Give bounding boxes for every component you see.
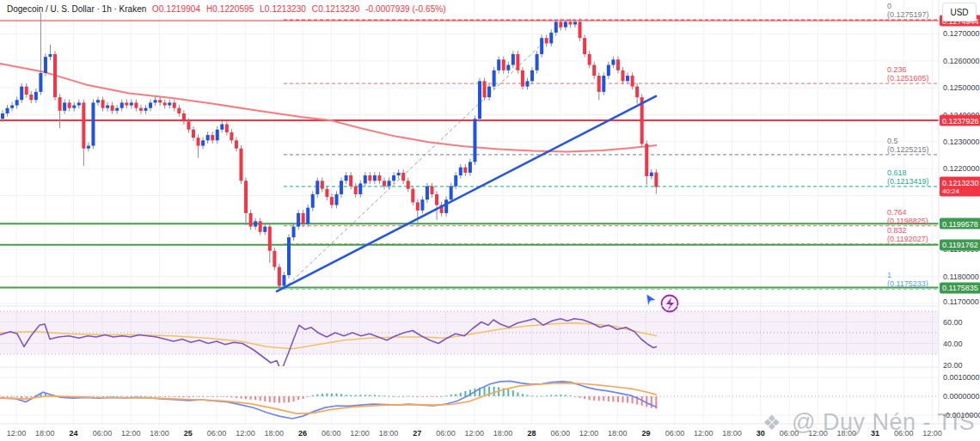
- candle[interactable]: [626, 76, 629, 81]
- time-axis-label[interactable]: 06:00: [550, 429, 570, 438]
- candle[interactable]: [401, 173, 405, 181]
- candle[interactable]: [616, 59, 620, 70]
- time-axis-label[interactable]: 12:00: [7, 429, 27, 438]
- candle[interactable]: [321, 181, 324, 188]
- candle[interactable]: [311, 194, 315, 208]
- candle[interactable]: [473, 119, 476, 162]
- flash-emoji-sticker[interactable]: [646, 294, 678, 312]
- candle[interactable]: [91, 102, 95, 145]
- time-axis-label[interactable]: 18:00: [379, 429, 399, 438]
- candle[interactable]: [631, 76, 634, 87]
- time-axis-label[interactable]: 25: [184, 429, 193, 438]
- candle[interactable]: [182, 113, 186, 121]
- candle[interactable]: [435, 194, 438, 205]
- candle[interactable]: [254, 221, 257, 226]
- candle[interactable]: [149, 102, 152, 107]
- candle[interactable]: [206, 135, 210, 140]
- time-axis-label[interactable]: 26: [298, 429, 307, 438]
- chart-canvas[interactable]: [0, 0, 980, 441]
- candle[interactable]: [364, 175, 367, 183]
- candle[interactable]: [450, 187, 453, 200]
- candle[interactable]: [220, 124, 224, 129]
- candle[interactable]: [259, 221, 262, 232]
- candle[interactable]: [511, 54, 515, 65]
- time-axis-label[interactable]: 12:00: [350, 429, 370, 438]
- candle[interactable]: [392, 175, 395, 181]
- candle[interactable]: [297, 213, 300, 227]
- candle[interactable]: [158, 100, 162, 102]
- symbol-legend[interactable]: Dogecoin / U. S. Dollar · 1h · Kraken O0…: [7, 4, 446, 14]
- candle[interactable]: [526, 81, 530, 86]
- candle[interactable]: [530, 70, 534, 82]
- candle[interactable]: [168, 102, 171, 105]
- time-axis-label[interactable]: 12:00: [579, 429, 599, 438]
- time-axis-label[interactable]: 28: [527, 429, 536, 438]
- currency-selector[interactable]: USD: [942, 3, 977, 21]
- candle[interactable]: [358, 183, 362, 194]
- candle[interactable]: [588, 54, 591, 65]
- time-axis-label[interactable]: 18:00: [722, 429, 742, 438]
- candle[interactable]: [58, 97, 62, 111]
- candle[interactable]: [325, 189, 328, 197]
- candle[interactable]: [459, 168, 462, 175]
- candle[interactable]: [579, 21, 582, 38]
- candle[interactable]: [187, 121, 190, 129]
- candle[interactable]: [493, 70, 496, 87]
- candle[interactable]: [15, 100, 19, 105]
- candle[interactable]: [536, 54, 539, 70]
- time-axis-label[interactable]: 30: [756, 429, 765, 438]
- candle[interactable]: [268, 227, 272, 251]
- candle[interactable]: [139, 108, 143, 111]
- candle[interactable]: [292, 227, 296, 238]
- candle[interactable]: [335, 194, 339, 205]
- candle[interactable]: [49, 54, 52, 57]
- candle[interactable]: [273, 251, 276, 267]
- candle[interactable]: [554, 21, 558, 33]
- candle[interactable]: [345, 175, 348, 181]
- candle[interactable]: [34, 92, 38, 100]
- candle[interactable]: [235, 140, 238, 148]
- time-axis-label[interactable]: 06:00: [322, 429, 341, 438]
- time-axis-label[interactable]: 18:00: [493, 429, 513, 438]
- time-axis-label[interactable]: 29: [642, 429, 651, 438]
- candle[interactable]: [388, 181, 391, 186]
- candle[interactable]: [650, 173, 653, 176]
- candle[interactable]: [39, 73, 42, 92]
- candle[interactable]: [82, 102, 85, 148]
- candle[interactable]: [154, 100, 157, 102]
- time-axis-label[interactable]: 18:00: [150, 429, 169, 438]
- candle[interactable]: [611, 59, 615, 64]
- candle[interactable]: [125, 102, 128, 105]
- time-axis-label[interactable]: 18:00: [35, 429, 55, 438]
- candle[interactable]: [20, 87, 23, 101]
- candle[interactable]: [383, 181, 386, 186]
- time-axis-label[interactable]: 12:00: [121, 429, 141, 438]
- candle[interactable]: [306, 208, 309, 224]
- candle[interactable]: [487, 87, 491, 98]
- candle[interactable]: [368, 175, 371, 181]
- candle[interactable]: [597, 76, 601, 92]
- candle[interactable]: [635, 87, 639, 98]
- candle[interactable]: [201, 140, 205, 145]
- candle[interactable]: [549, 33, 553, 44]
- candle[interactable]: [602, 76, 605, 92]
- time-axis-label[interactable]: 12:00: [808, 429, 828, 438]
- candle[interactable]: [516, 54, 519, 70]
- time-axis-label[interactable]: 12:00: [465, 429, 485, 438]
- candle[interactable]: [463, 168, 467, 173]
- candle[interactable]: [354, 187, 358, 194]
- candle[interactable]: [645, 144, 648, 176]
- time-axis-label[interactable]: 18:00: [836, 429, 856, 438]
- time-axis-label[interactable]: 12:00: [694, 429, 714, 438]
- candle[interactable]: [68, 102, 71, 107]
- candle[interactable]: [87, 146, 90, 149]
- candle[interactable]: [340, 181, 343, 194]
- candle[interactable]: [25, 87, 28, 95]
- candle[interactable]: [144, 108, 148, 111]
- candle[interactable]: [622, 70, 625, 82]
- candle[interactable]: [545, 38, 548, 43]
- symbol-title[interactable]: Dogecoin / U. S. Dollar · 1h · Kraken: [7, 4, 146, 14]
- candle[interactable]: [483, 81, 487, 97]
- candle[interactable]: [431, 187, 434, 194]
- candle[interactable]: [63, 102, 66, 110]
